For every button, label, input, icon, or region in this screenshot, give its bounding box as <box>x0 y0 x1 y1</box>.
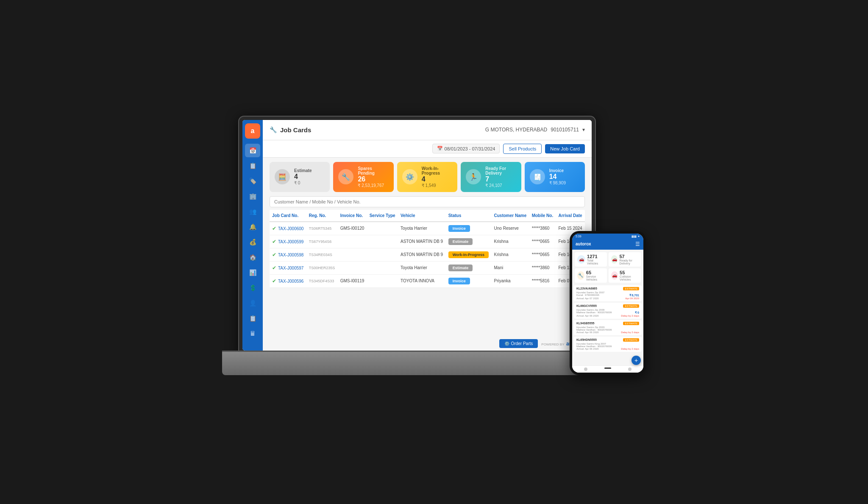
estimate-count: 4 <box>294 173 312 181</box>
order-parts-button[interactable]: ⚙️ Order Parts <box>499 339 538 348</box>
estimate-info: Estimate 4 ₹ 0 <box>294 168 312 185</box>
phone-menu-icon: ☰ <box>635 241 640 247</box>
phone-header: autorox ☰ <box>572 239 643 250</box>
invoice-label: Invoice <box>549 168 566 173</box>
dropdown-icon[interactable]: ▾ <box>582 127 585 133</box>
stat-card-ready[interactable]: 🏃 Ready For Delivery 7 ₹ 24,107 <box>461 162 521 192</box>
sidebar-item-building[interactable]: 🏢 <box>245 189 260 203</box>
cell-mobile: *****0665 <box>529 248 556 261</box>
stat-card-wip[interactable]: ⚙️ Work-In-Progress 4 ₹ 1,549 <box>397 162 457 192</box>
nav-recents[interactable] <box>628 368 632 371</box>
screen-content: a 📅 📋 🏷️ 🏢 👥 🔔 💰 🏠 📊 💲 👤 📋 🖩 <box>242 120 592 351</box>
estimate-amount: ₹ 0 <box>294 181 312 185</box>
job-cards-table: Job Card No. Reg. No. Invoice No. Servic… <box>270 210 585 288</box>
cell-service <box>367 261 398 274</box>
cell-reg: TS345DF4S33 <box>306 274 338 287</box>
nav-back[interactable] <box>584 368 587 371</box>
cell-service <box>367 274 398 287</box>
table-header-row: Job Card No. Reg. No. Invoice No. Servic… <box>270 210 585 222</box>
status-badge: Estimate <box>448 238 473 245</box>
status-badge: Work-In-Progress <box>448 251 489 258</box>
col-job-card: Job Card No. <box>270 210 306 222</box>
status-badge: Invoice <box>448 278 470 284</box>
table-row[interactable]: ✔TAX-J000597 TS00HER235S Toyota Harrier … <box>270 261 585 274</box>
job-cards-icon: 🔧 <box>270 126 277 133</box>
sidebar-item-currency[interactable]: 💲 <box>245 281 260 295</box>
header-right: G MOTORS, HYDERABAD 9010105711 ▾ <box>485 127 585 133</box>
phone-list-item[interactable]: KL94SB5555 ESTIMATE Hyundai Santro Zip 2… <box>574 320 642 335</box>
col-arrival: Arrival Date <box>556 210 585 222</box>
collision-icon: 🚗 <box>611 271 618 280</box>
col-status: Status <box>446 210 492 222</box>
phone-signal: ▮▮▮ ✦ <box>632 235 640 238</box>
phone-screen: 5:39 ▮▮▮ ✦ autorox ☰ 🚗 1271 Total Vehicl… <box>572 234 643 373</box>
cell-status: Invoice <box>446 222 492 235</box>
table-row[interactable]: ✔TAX-J000600 TS06RT5345 GMS-I00120 Toyot… <box>270 222 585 235</box>
ready-label: Ready For Delivery <box>485 166 516 175</box>
estimate-label: Estimate <box>294 168 312 173</box>
phone-app-logo: autorox <box>576 242 591 246</box>
wip-label: Work-In-Progress <box>422 166 452 175</box>
fab-add-button[interactable]: + <box>632 356 641 365</box>
cell-vehicle: TOYOTA INNOVA <box>398 274 446 287</box>
stats-row: 🧮 Estimate 4 ₹ 0 🔧 Spares Pending <box>263 158 592 196</box>
check-icon: ✔ <box>272 278 276 284</box>
laptop-base <box>222 352 612 375</box>
cell-reg: TS34RE034S <box>306 248 338 261</box>
spares-amount: ₹ 2,53,19,767 <box>358 183 388 188</box>
sidebar-item-calc[interactable]: 🖩 <box>245 327 260 340</box>
ready-label: Ready for Delivery <box>619 259 638 265</box>
stat-card-spares[interactable]: 🔧 Spares Pending 26 ₹ 2,53,19,767 <box>333 162 393 192</box>
company-name: G MOTORS, HYDERABAD <box>485 127 547 133</box>
table-row[interactable]: ✔TAX-J000596 TS345DF4S33 GMS-I00119 TOYO… <box>270 274 585 287</box>
nav-home[interactable] <box>604 368 611 369</box>
powered-by-text: POWERED BY <box>541 342 564 346</box>
table-row[interactable]: ✔TAX-J000599 TS67Y954S6 ASTON MARTIN DB … <box>270 235 585 248</box>
sidebar-item-person[interactable]: 👤 <box>245 296 260 310</box>
sidebar-item-chart[interactable]: 📊 <box>245 266 260 279</box>
sidebar-item-calendar[interactable]: 📅 <box>245 144 260 157</box>
cell-invoice <box>338 248 367 261</box>
sidebar-item-list[interactable]: 📋 <box>245 159 260 173</box>
ready-count: 7 <box>485 175 516 183</box>
sell-products-button[interactable]: Sell Products <box>503 144 542 154</box>
phone-list-item[interactable]: KL66GCV5555 ESTIMATE Hyundai Santro Zip … <box>574 303 642 319</box>
phone-vehicle-list: KL23VA/A6865 ESTIMATE Hyundai Santro Zip… <box>572 285 643 365</box>
cell-customer: Mani <box>492 261 529 274</box>
stat-card-estimate[interactable]: 🧮 Estimate 4 ₹ 0 <box>270 162 330 192</box>
col-invoice: Invoice No. <box>338 210 367 222</box>
table-row[interactable]: ✔TAX-J000598 TS34RE034S ASTON MARTIN DB … <box>270 248 585 261</box>
check-icon: ✔ <box>272 226 276 231</box>
wip-count: 4 <box>422 175 452 183</box>
cell-job-card: ✔TAX-J000600 <box>270 222 306 235</box>
cell-invoice: GMS-I00119 <box>338 274 367 287</box>
new-job-card-button[interactable]: New Job Card <box>545 144 585 153</box>
phone-stat-collision: 🚗 55 Collision Vehicles <box>609 268 641 283</box>
phone-list-item[interactable]: KL23VA/A6865 ESTIMATE Hyundai Santro Zip… <box>574 285 642 301</box>
search-input[interactable] <box>270 196 585 207</box>
spares-info: Spares Pending 26 ₹ 2,53,19,767 <box>358 166 388 188</box>
app-logo: a <box>245 123 260 139</box>
stat-card-invoice[interactable]: 🧾 Invoice 14 ₹ 98,909 <box>525 162 585 192</box>
sidebar-item-money[interactable]: 💰 <box>245 235 260 249</box>
ready-car-icon: 🚗 <box>611 255 618 264</box>
sidebar-item-tags[interactable]: 🏷️ <box>245 174 260 188</box>
cell-status: Invoice <box>446 274 492 287</box>
sidebar-item-bell[interactable]: 🔔 <box>245 220 260 234</box>
header: 🔧 Job Cards G MOTORS, HYDERABAD 90101057… <box>263 120 592 140</box>
sidebar-item-users[interactable]: 👥 <box>245 205 260 218</box>
cell-invoice <box>338 261 367 274</box>
company-phone: 9010105711 <box>551 127 579 133</box>
order-parts-label: Order Parts <box>511 341 533 346</box>
cell-customer: Krishna <box>492 248 529 261</box>
phone-stats-grid: 🚗 1271 Total Vehicles 🚗 57 Ready for Del… <box>572 250 643 285</box>
service-label: Service Vehicles <box>586 275 604 281</box>
sidebar-item-clipboard[interactable]: 📋 <box>245 312 260 325</box>
cell-reg: TS67Y954S6 <box>306 235 338 248</box>
cell-customer: Uno Reserve <box>492 222 529 235</box>
col-customer: Customer Name <box>492 210 529 222</box>
sidebar-item-home[interactable]: 🏠 <box>245 251 260 264</box>
phone-list-item[interactable]: KL65HDN5555 ESTIMATE Hyundai Santro King… <box>574 337 642 352</box>
invoice-icon: 🧾 <box>530 169 545 184</box>
gear-icon: ⚙️ <box>504 341 509 346</box>
